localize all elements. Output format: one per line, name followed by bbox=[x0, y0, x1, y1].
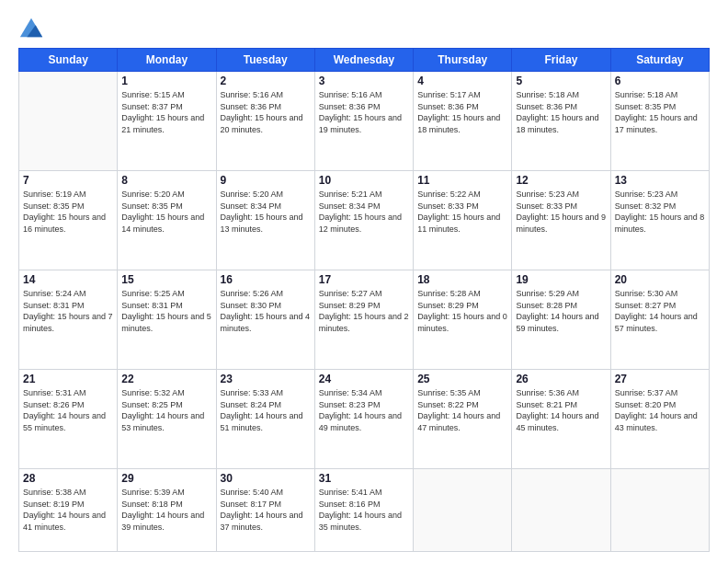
day-info: Sunrise: 5:35 AMSunset: 8:22 PMDaylight:… bbox=[417, 387, 507, 433]
calendar-day-cell: 29Sunrise: 5:39 AMSunset: 8:18 PMDayligh… bbox=[118, 468, 216, 551]
calendar-day-cell: 15Sunrise: 5:25 AMSunset: 8:31 PMDayligh… bbox=[118, 270, 216, 369]
calendar-day-cell: 22Sunrise: 5:32 AMSunset: 8:25 PMDayligh… bbox=[118, 369, 216, 468]
calendar-day-cell: 2Sunrise: 5:16 AMSunset: 8:36 PMDaylight… bbox=[216, 72, 314, 171]
calendar-day-cell bbox=[414, 468, 512, 551]
logo-icon bbox=[18, 15, 44, 40]
day-info: Sunrise: 5:20 AMSunset: 8:34 PMDaylight:… bbox=[221, 189, 311, 235]
calendar-day-cell: 13Sunrise: 5:23 AMSunset: 8:32 PMDayligh… bbox=[610, 170, 709, 270]
calendar-day-cell: 10Sunrise: 5:21 AMSunset: 8:34 PMDayligh… bbox=[314, 170, 413, 270]
calendar-day-cell: 24Sunrise: 5:34 AMSunset: 8:23 PMDayligh… bbox=[314, 369, 413, 468]
day-info: Sunrise: 5:34 AMSunset: 8:23 PMDaylight:… bbox=[319, 387, 409, 433]
weekday-header-cell: Monday bbox=[118, 49, 216, 72]
day-info: Sunrise: 5:38 AMSunset: 8:19 PMDaylight:… bbox=[23, 487, 113, 533]
calendar-day-cell: 28Sunrise: 5:38 AMSunset: 8:19 PMDayligh… bbox=[19, 468, 118, 551]
day-number: 19 bbox=[516, 273, 606, 286]
calendar-day-cell: 1Sunrise: 5:15 AMSunset: 8:37 PMDaylight… bbox=[118, 72, 216, 171]
day-number: 21 bbox=[23, 373, 113, 385]
calendar-week-row: 21Sunrise: 5:31 AMSunset: 8:26 PMDayligh… bbox=[19, 369, 710, 468]
day-info: Sunrise: 5:24 AMSunset: 8:31 PMDaylight:… bbox=[23, 288, 113, 334]
page: SundayMondayTuesdayWednesdayThursdayFrid… bbox=[0, 0, 728, 563]
day-number: 28 bbox=[23, 472, 113, 485]
day-number: 25 bbox=[417, 373, 507, 385]
calendar-day-cell: 16Sunrise: 5:26 AMSunset: 8:30 PMDayligh… bbox=[216, 270, 314, 369]
calendar-day-cell: 31Sunrise: 5:41 AMSunset: 8:16 PMDayligh… bbox=[314, 468, 413, 551]
day-info: Sunrise: 5:41 AMSunset: 8:16 PMDaylight:… bbox=[319, 487, 409, 533]
day-info: Sunrise: 5:20 AMSunset: 8:35 PMDaylight:… bbox=[121, 189, 211, 235]
day-number: 20 bbox=[615, 273, 705, 286]
day-info: Sunrise: 5:27 AMSunset: 8:29 PMDaylight:… bbox=[319, 288, 409, 334]
day-info: Sunrise: 5:16 AMSunset: 8:36 PMDaylight:… bbox=[319, 89, 409, 135]
calendar-week-row: 14Sunrise: 5:24 AMSunset: 8:31 PMDayligh… bbox=[19, 270, 710, 369]
calendar-day-cell: 14Sunrise: 5:24 AMSunset: 8:31 PMDayligh… bbox=[19, 270, 118, 369]
day-number: 7 bbox=[23, 174, 113, 187]
day-number: 16 bbox=[221, 273, 311, 286]
day-info: Sunrise: 5:22 AMSunset: 8:33 PMDaylight:… bbox=[417, 189, 507, 235]
day-number: 5 bbox=[516, 75, 606, 87]
weekday-header-cell: Wednesday bbox=[314, 49, 413, 72]
day-info: Sunrise: 5:33 AMSunset: 8:24 PMDaylight:… bbox=[221, 387, 311, 433]
day-info: Sunrise: 5:23 AMSunset: 8:32 PMDaylight:… bbox=[615, 189, 705, 235]
calendar-day-cell: 11Sunrise: 5:22 AMSunset: 8:33 PMDayligh… bbox=[414, 170, 512, 270]
day-info: Sunrise: 5:30 AMSunset: 8:27 PMDaylight:… bbox=[615, 288, 705, 334]
calendar-day-cell: 5Sunrise: 5:18 AMSunset: 8:36 PMDaylight… bbox=[512, 72, 610, 171]
calendar-week-row: 28Sunrise: 5:38 AMSunset: 8:19 PMDayligh… bbox=[19, 468, 710, 551]
day-number: 8 bbox=[121, 174, 211, 187]
logo bbox=[18, 15, 50, 40]
day-info: Sunrise: 5:23 AMSunset: 8:33 PMDaylight:… bbox=[516, 189, 606, 235]
day-number: 29 bbox=[121, 472, 211, 485]
day-info: Sunrise: 5:15 AMSunset: 8:37 PMDaylight:… bbox=[121, 89, 211, 135]
weekday-header-cell: Tuesday bbox=[216, 49, 314, 72]
day-info: Sunrise: 5:16 AMSunset: 8:36 PMDaylight:… bbox=[221, 89, 311, 135]
calendar-day-cell: 23Sunrise: 5:33 AMSunset: 8:24 PMDayligh… bbox=[216, 369, 314, 468]
day-number: 9 bbox=[221, 174, 311, 187]
day-number: 13 bbox=[615, 174, 705, 187]
day-info: Sunrise: 5:18 AMSunset: 8:36 PMDaylight:… bbox=[516, 89, 606, 135]
calendar-day-cell bbox=[610, 468, 709, 551]
day-info: Sunrise: 5:19 AMSunset: 8:35 PMDaylight:… bbox=[23, 189, 113, 235]
calendar-day-cell: 9Sunrise: 5:20 AMSunset: 8:34 PMDaylight… bbox=[216, 170, 314, 270]
calendar-day-cell: 20Sunrise: 5:30 AMSunset: 8:27 PMDayligh… bbox=[610, 270, 709, 369]
day-number: 4 bbox=[417, 75, 507, 87]
day-number: 2 bbox=[221, 75, 311, 87]
weekday-header-cell: Thursday bbox=[414, 49, 512, 72]
day-number: 3 bbox=[319, 75, 409, 87]
day-number: 12 bbox=[516, 174, 606, 187]
calendar-day-cell: 26Sunrise: 5:36 AMSunset: 8:21 PMDayligh… bbox=[512, 369, 610, 468]
calendar-day-cell: 27Sunrise: 5:37 AMSunset: 8:20 PMDayligh… bbox=[610, 369, 709, 468]
day-info: Sunrise: 5:29 AMSunset: 8:28 PMDaylight:… bbox=[516, 288, 606, 334]
day-info: Sunrise: 5:37 AMSunset: 8:20 PMDaylight:… bbox=[615, 387, 705, 433]
calendar-day-cell: 30Sunrise: 5:40 AMSunset: 8:17 PMDayligh… bbox=[216, 468, 314, 551]
weekday-header-cell: Sunday bbox=[19, 49, 118, 72]
day-number: 10 bbox=[319, 174, 409, 187]
calendar-day-cell bbox=[512, 468, 610, 551]
calendar-day-cell: 8Sunrise: 5:20 AMSunset: 8:35 PMDaylight… bbox=[118, 170, 216, 270]
calendar-day-cell: 18Sunrise: 5:28 AMSunset: 8:29 PMDayligh… bbox=[414, 270, 512, 369]
day-info: Sunrise: 5:25 AMSunset: 8:31 PMDaylight:… bbox=[121, 288, 211, 334]
day-number: 31 bbox=[319, 472, 409, 485]
day-number: 14 bbox=[23, 273, 113, 286]
day-number: 17 bbox=[319, 273, 409, 286]
day-info: Sunrise: 5:40 AMSunset: 8:17 PMDaylight:… bbox=[221, 487, 311, 533]
day-info: Sunrise: 5:18 AMSunset: 8:35 PMDaylight:… bbox=[615, 89, 705, 135]
day-info: Sunrise: 5:17 AMSunset: 8:36 PMDaylight:… bbox=[417, 89, 507, 135]
day-info: Sunrise: 5:36 AMSunset: 8:21 PMDaylight:… bbox=[516, 387, 606, 433]
day-info: Sunrise: 5:21 AMSunset: 8:34 PMDaylight:… bbox=[319, 189, 409, 235]
calendar-week-row: 7Sunrise: 5:19 AMSunset: 8:35 PMDaylight… bbox=[19, 170, 710, 270]
calendar-day-cell: 19Sunrise: 5:29 AMSunset: 8:28 PMDayligh… bbox=[512, 270, 610, 369]
day-info: Sunrise: 5:39 AMSunset: 8:18 PMDaylight:… bbox=[121, 487, 211, 533]
day-info: Sunrise: 5:31 AMSunset: 8:26 PMDaylight:… bbox=[23, 387, 113, 433]
day-number: 6 bbox=[615, 75, 705, 87]
calendar-day-cell: 6Sunrise: 5:18 AMSunset: 8:35 PMDaylight… bbox=[610, 72, 709, 171]
day-number: 1 bbox=[121, 75, 211, 87]
calendar-week-row: 1Sunrise: 5:15 AMSunset: 8:37 PMDaylight… bbox=[19, 72, 710, 171]
day-number: 24 bbox=[319, 373, 409, 385]
day-number: 30 bbox=[221, 472, 311, 485]
calendar-day-cell: 4Sunrise: 5:17 AMSunset: 8:36 PMDaylight… bbox=[414, 72, 512, 171]
calendar-day-cell: 7Sunrise: 5:19 AMSunset: 8:35 PMDaylight… bbox=[19, 170, 118, 270]
day-number: 11 bbox=[417, 174, 507, 187]
day-number: 18 bbox=[417, 273, 507, 286]
day-number: 15 bbox=[121, 273, 211, 286]
day-number: 27 bbox=[615, 373, 705, 385]
weekday-header-row: SundayMondayTuesdayWednesdayThursdayFrid… bbox=[19, 49, 710, 72]
calendar-body: 1Sunrise: 5:15 AMSunset: 8:37 PMDaylight… bbox=[19, 72, 710, 552]
